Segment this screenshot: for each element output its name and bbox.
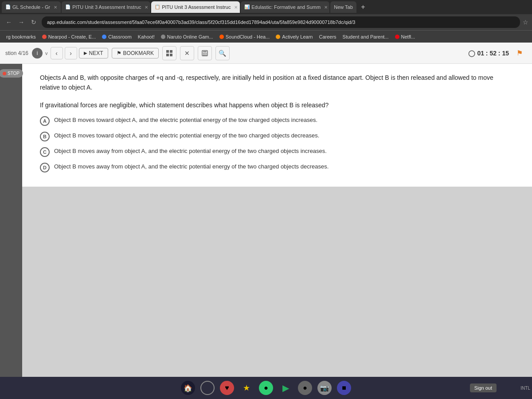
bookmark-classroom[interactable]: Classroom xyxy=(99,33,134,40)
prev-button[interactable]: ‹ xyxy=(51,47,63,59)
taskbar-circle-button[interactable] xyxy=(200,381,215,395)
option-a[interactable]: A Object B moves toward object A, and th… xyxy=(40,116,514,126)
svg-rect-11 xyxy=(206,55,207,55)
grid-view-button[interactable] xyxy=(162,46,176,60)
bookmark-kahoot[interactable]: Kahoot! xyxy=(135,33,157,40)
tab-label-2: PITU Unit 3 Assessment Instruc xyxy=(72,4,141,10)
bookmark-careers[interactable]: Careers xyxy=(316,33,339,40)
taskbar-icon-5[interactable]: ▶ xyxy=(278,381,293,395)
new-tab-button[interactable]: + xyxy=(357,1,369,13)
left-sidebar: STOP xyxy=(0,64,22,377)
option-d-circle: D xyxy=(40,163,50,172)
back-button[interactable]: ← xyxy=(4,17,14,27)
bookmark-label-kahoot: Kahoot! xyxy=(138,34,155,39)
svg-rect-8 xyxy=(206,53,207,54)
svg-rect-6 xyxy=(203,53,204,54)
app-toolbar: stion 4/16 i v ‹ › ▶ NEXT ⚑ BOOKMARK ✕ xyxy=(0,43,532,64)
bookmark-soundcloud[interactable]: SoundCloud - Hea... xyxy=(217,33,273,40)
tab-close-2[interactable]: ✕ xyxy=(145,5,148,10)
taskbar-icon-8[interactable]: ■ xyxy=(337,381,351,395)
next-arrow-icon: ▶ xyxy=(84,51,87,55)
question-number: stion 4/16 xyxy=(5,50,28,56)
classroom-dot-icon xyxy=(102,35,106,39)
grid-icon xyxy=(166,50,172,56)
bookmark-star-button[interactable]: ☆ xyxy=(523,19,528,26)
tab-pitu-2-active[interactable]: 📋 PITU Unit 3 Assessment Instruc ✕ xyxy=(151,1,240,13)
bookmark-rg[interactable]: rg bookmarks xyxy=(4,33,39,40)
bookmark-label-actively-learn: Actively Learn xyxy=(282,34,313,39)
tab-bar: 📄 GL Schedule - Gr ✕ 📄 PITU Unit 3 Asses… xyxy=(0,0,532,14)
main-wrapper: STOP Objects A and B, with opposite char… xyxy=(0,64,532,377)
question-prompt: If gravitational forces are negligible, … xyxy=(40,102,514,109)
bookmark-actively-learn[interactable]: Actively Learn xyxy=(273,33,315,40)
option-d[interactable]: D Object B moves away from object A, and… xyxy=(40,162,514,172)
taskbar-icon-2[interactable]: ♥ xyxy=(220,381,234,395)
actively-learn-dot-icon xyxy=(276,35,280,39)
tab-gl-schedule[interactable]: 📄 GL Schedule - Gr ✕ xyxy=(2,1,61,13)
svg-rect-3 xyxy=(170,54,172,56)
tab-close-3[interactable]: ✕ xyxy=(234,5,238,10)
next-label: NEXT xyxy=(89,50,103,56)
svg-rect-7 xyxy=(204,53,205,54)
question-nav: stion 4/16 i v ‹ › ▶ NEXT xyxy=(5,47,108,59)
bookmark-label: BOOKMARK xyxy=(123,50,154,56)
bookmark-label-rg: rg bookmarks xyxy=(6,34,36,39)
bookmark-netflix[interactable]: Netfl... xyxy=(392,33,418,40)
option-c-circle: C xyxy=(40,147,50,157)
bookmark-button[interactable]: ⚑ BOOKMARK xyxy=(112,48,159,59)
tab-close-4[interactable]: ✕ xyxy=(324,5,328,10)
taskbar-icon-4[interactable]: ● xyxy=(259,381,273,395)
forward-button[interactable]: → xyxy=(16,17,27,27)
question-passage: Objects A and B, with opposite charges o… xyxy=(40,73,514,93)
clock-icon: ◯ xyxy=(468,50,475,57)
stop-dot-icon xyxy=(3,72,6,75)
option-b-text: Object B moves toward object A, and the … xyxy=(54,131,319,140)
close-question-button[interactable]: ✕ xyxy=(180,46,194,60)
tab-pitu-1[interactable]: 📄 PITU Unit 3 Assessment Instruc ✕ xyxy=(62,1,150,13)
tab-new-tab[interactable]: New Tab xyxy=(330,1,356,13)
tab-favicon-3: 📋 xyxy=(155,4,160,10)
stop-button[interactable]: STOP xyxy=(0,69,23,78)
refresh-button[interactable]: ↻ xyxy=(28,17,39,27)
tab-favicon-4: 📊 xyxy=(244,4,250,10)
browser-chrome: 📄 GL Schedule - Gr ✕ 📄 PITU Unit 3 Asses… xyxy=(0,0,532,43)
taskbar-icon-6[interactable]: ● xyxy=(298,381,312,395)
option-c[interactable]: C Object B moves away from object A, and… xyxy=(40,147,514,157)
nav-buttons: ← → ↻ xyxy=(4,17,39,27)
option-b[interactable]: B Object B moves toward object A, and th… xyxy=(40,131,514,141)
next-chevron-button[interactable]: › xyxy=(65,47,77,59)
naruto-dot-icon xyxy=(161,35,165,39)
taskbar-icon-3[interactable]: ★ xyxy=(239,381,254,395)
bookmark-flag-icon: ⚑ xyxy=(117,50,121,56)
flag-button[interactable]: ⚑ xyxy=(512,46,527,60)
url-input[interactable] xyxy=(42,16,520,28)
next-button[interactable]: ▶ NEXT xyxy=(79,48,108,59)
tab-label-1: GL Schedule - Gr xyxy=(12,4,50,10)
bookmark-label-classroom: Classroom xyxy=(108,34,132,39)
bookmark-student-parent[interactable]: Student and Parent... xyxy=(340,33,391,40)
svg-rect-2 xyxy=(166,54,169,56)
soundcloud-dot-icon xyxy=(219,35,224,39)
svg-rect-9 xyxy=(203,55,204,55)
bookmark-naruto[interactable]: Naruto Online Gam... xyxy=(158,33,216,40)
option-c-text: Object B moves away from object A, and t… xyxy=(54,147,327,156)
taskbar-icon-7[interactable]: 📷 xyxy=(317,381,332,395)
sign-out-button[interactable]: Sign out xyxy=(470,383,497,392)
bookmark-label-student-parent: Student and Parent... xyxy=(343,34,389,39)
calculator-button[interactable] xyxy=(198,46,212,60)
nearpod-dot-icon xyxy=(42,35,47,39)
bookmark-nearpod[interactable]: Nearpod - Create, E... xyxy=(39,33,99,40)
timer-display: ◯ 01 : 52 : 15 xyxy=(468,50,509,57)
option-d-text: Object B moves away from object A, and t… xyxy=(54,162,329,171)
tab-label-3: PITU Unit 3 Assessment Instruc xyxy=(162,4,231,10)
info-button[interactable]: i xyxy=(32,48,43,59)
search-button[interactable]: 🔍 xyxy=(215,46,230,60)
option-a-text: Object B moves toward object A, and the … xyxy=(54,116,317,125)
svg-rect-10 xyxy=(204,55,205,55)
tab-label-4: Edulastic: Formative and Summ xyxy=(251,4,321,10)
tab-label-5: New Tab xyxy=(334,4,353,10)
tab-close-1[interactable]: ✕ xyxy=(54,5,57,10)
timer-value: 01 : 52 : 15 xyxy=(477,50,509,57)
tab-edulastic[interactable]: 📊 Edulastic: Formative and Summ ✕ xyxy=(241,1,329,13)
taskbar-icon-1[interactable]: 🏠 xyxy=(181,381,195,395)
